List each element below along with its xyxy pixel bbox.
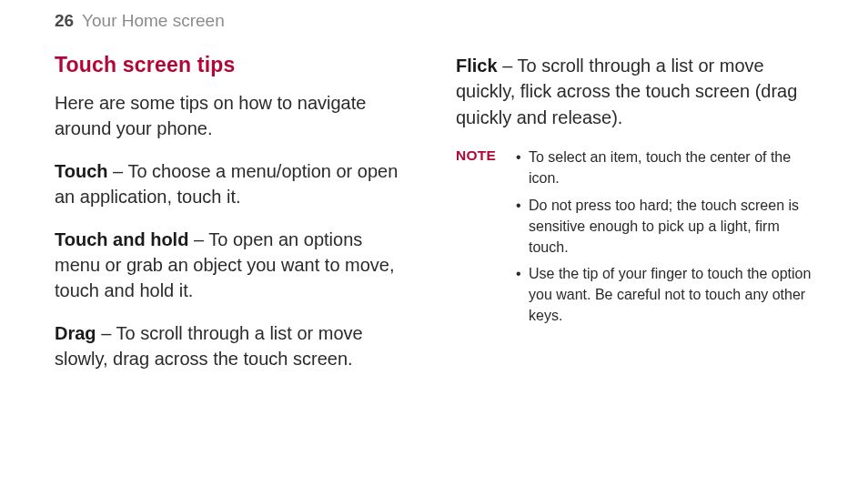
flick-term: Flick xyxy=(456,56,498,76)
page-number: 26 xyxy=(55,11,74,30)
drag-desc: – To scroll through a list or move slowl… xyxy=(55,323,363,369)
drag-paragraph: Drag – To scroll through a list or move … xyxy=(55,320,412,372)
note-list: To select an item, touch the center of t… xyxy=(516,147,813,332)
note-block: NOTE To select an item, touch the center… xyxy=(456,147,813,332)
flick-paragraph: Flick – To scroll through a list or move… xyxy=(456,53,813,130)
note-item: Use the tip of your finger to touch the … xyxy=(516,263,813,327)
touch-hold-term: Touch and hold xyxy=(55,229,188,249)
note-item: Do not press too hard; the touch screen … xyxy=(516,195,813,259)
note-label: NOTE xyxy=(456,147,516,164)
drag-term: Drag xyxy=(55,323,96,343)
column-left: Touch screen tips Here are some tips on … xyxy=(55,53,412,372)
touch-term: Touch xyxy=(55,161,108,181)
flick-desc: – To scroll through a list or move quick… xyxy=(456,56,797,127)
intro-paragraph: Here are some tips on how to navigate ar… xyxy=(55,90,412,142)
touch-paragraph: Touch – To choose a menu/option or open … xyxy=(55,158,412,210)
section-heading: Touch screen tips xyxy=(55,53,412,77)
running-header: 26 Your Home screen xyxy=(55,11,813,31)
page: 26 Your Home screen Touch screen tips He… xyxy=(0,0,868,497)
columns: Touch screen tips Here are some tips on … xyxy=(55,53,813,372)
touch-hold-paragraph: Touch and hold – To open an options menu… xyxy=(55,227,412,304)
running-title: Your Home screen xyxy=(82,11,225,30)
note-item: To select an item, touch the center of t… xyxy=(516,147,813,188)
column-right: Flick – To scroll through a list or move… xyxy=(456,53,813,372)
